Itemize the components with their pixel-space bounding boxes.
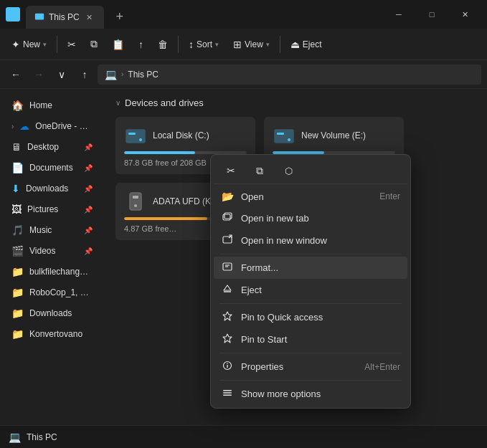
tab-this-pc[interactable]: This PC ✕ [26,6,104,29]
new-label: New [23,39,40,49]
new-tab-button[interactable]: + [110,6,130,27]
ctx-open-new-window-icon [221,234,234,247]
videos-icon: 🎬 [11,245,24,257]
ctx-open-new-window[interactable]: Open in new window [214,229,407,252]
tab-close-button[interactable]: ✕ [84,11,95,23]
sidebar-item-robocop[interactable]: 📁 RoboCop_1, 2, 3… [3,282,101,302]
view-chevron-icon: ▾ [266,41,270,48]
delete-button[interactable]: 🗑 [152,33,174,56]
minimize-button[interactable]: ─ [382,0,415,29]
copy-button[interactable]: ⧉ [85,33,103,56]
sidebar-label-videos: Videos [29,246,55,256]
history-button[interactable]: ∨ [52,65,72,85]
sidebar-item-desktop[interactable]: 🖥 Desktop 📌 [3,137,101,157]
context-menu: ✂ ⧉ ⬡ 📂 Open Enter Open in new tab Open … [210,154,411,409]
sidebar-item-music[interactable]: 🎵 Music 📌 [3,220,101,240]
robocop-icon: 📁 [11,287,24,298]
title-bar: This PC ✕ + ─ □ ✕ [0,0,487,29]
drive-name-k: ADATA UFD (K:) [153,196,216,206]
sidebar-bottom-this-pc[interactable]: 💻 This PC [0,425,104,448]
sidebar-item-onedrive[interactable]: › ☁ OneDrive - Pers… [3,116,101,136]
svg-rect-26 [223,395,232,396]
ctx-cut-button[interactable]: ✂ [218,161,244,181]
toolbar: ✦ New ▾ ✂ ⧉ 📋 ↑ 🗑 ↕ Sort ▾ ⊞ View ▾ ⏏ Ej… [0,29,487,60]
ctx-pin-quick[interactable]: Pin to Quick access [214,306,407,328]
forward-button[interactable]: → [29,65,49,85]
svg-rect-6 [275,130,293,143]
sidebar-item-pictures[interactable]: 🖼 Pictures 📌 [3,199,101,219]
ctx-open-new-tab-label: Open in new tab [241,213,400,224]
close-button[interactable]: ✕ [448,0,481,29]
ctx-open-new-tab[interactable]: Open in new tab [214,207,407,229]
drive-icon-k [124,190,147,213]
sidebar-item-home[interactable]: 🏠 Home [3,95,101,115]
sort-button[interactable]: ↕ Sort ▾ [183,33,224,56]
ctx-copy-button[interactable]: ⧉ [247,161,273,181]
view-button[interactable]: ⊞ View ▾ [227,33,275,56]
sidebar-bottom-label: This PC [27,432,57,442]
ctx-pin-start[interactable]: Pin to Start [214,328,407,351]
new-button[interactable]: ✦ New ▾ [6,33,52,56]
section-header-devices: ∨ Devices and drives [115,97,476,108]
sidebar-item-videos[interactable]: 🎬 Videos 📌 [3,241,101,261]
cut-button[interactable]: ✂ [62,33,82,56]
drive-name-e: New Volume (E:) [301,130,366,140]
videos-pin-icon: 📌 [84,247,93,255]
svg-rect-9 [130,193,141,210]
svg-point-11 [134,204,137,207]
maximize-button[interactable]: □ [415,0,448,29]
sidebar-item-konvertovano[interactable]: 📁 Konvertovano [3,324,101,344]
sidebar-item-documents[interactable]: 📄 Documents 📌 [3,158,101,178]
svg-rect-14 [223,237,232,243]
section-collapse-icon[interactable]: ∨ [115,99,120,107]
ctx-more-options[interactable]: Show more options [214,383,407,405]
svg-rect-1 [10,18,16,19]
ctx-separator-1 [219,254,402,254]
ctx-pin-start-label: Pin to Start [241,334,400,345]
sidebar: 🏠 Home › ☁ OneDrive - Pers… 🖥 Desktop 📌 … [0,89,104,425]
sidebar-label-onedrive: OneDrive - Pers… [35,121,93,131]
svg-rect-10 [133,196,138,199]
home-icon: 🏠 [11,100,24,111]
ctx-more-options-icon [221,388,234,400]
ctx-open[interactable]: 📂 Open Enter [214,186,407,207]
address-bar[interactable]: 💻 › This PC [98,65,481,85]
svg-point-5 [139,138,142,141]
sidebar-item-downloads2[interactable]: 📁 Downloads [3,303,101,323]
section-title: Devices and drives [125,97,204,108]
sidebar-item-bulkfilechanger[interactable]: 📁 bulkfilechanger… [3,262,101,282]
drive-header-e: New Volume (E:) [273,124,395,147]
ctx-separator-4 [219,380,402,381]
sidebar-label-music: Music [29,225,52,235]
ctx-properties-icon [221,361,234,373]
copy-icon: ⧉ [90,38,98,50]
sort-label: Sort [197,39,212,49]
toolbar-separator-3 [280,36,280,53]
address-path: This PC [128,70,159,80]
ctx-open-new-tab-icon [221,212,234,224]
up-button[interactable]: ↑ [75,65,95,85]
konvertovano-icon: 📁 [11,328,24,340]
svg-point-8 [288,138,290,141]
ctx-pin-quick-icon [221,311,234,323]
drive-name-c: Local Disk (C:) [153,130,209,140]
eject-button[interactable]: ⏏ Eject [285,33,328,56]
sidebar-label-robocop: RoboCop_1, 2, 3… [29,287,93,297]
back-button[interactable]: ← [6,65,26,85]
drive-icon-c [124,124,147,147]
svg-rect-2 [35,14,44,20]
ctx-properties[interactable]: Properties Alt+Enter [214,356,407,378]
ctx-eject-icon [221,284,234,296]
ctx-eject[interactable]: Eject [214,279,407,301]
share-button[interactable]: ↑ [133,33,149,56]
ctx-format[interactable]: Format... [214,257,407,279]
tab-icon [34,12,44,22]
app-icon [6,7,20,22]
sidebar-item-downloads[interactable]: ⬇ Downloads 📌 [3,178,101,199]
paste-button[interactable]: 📋 [106,33,130,56]
ctx-paste-button[interactable]: ⬡ [275,161,301,181]
cut-icon: ✂ [67,39,76,50]
ctx-cut-icon: ✂ [227,165,235,176]
svg-rect-3 [126,130,145,143]
nav-bar: ← → ∨ ↑ 💻 › This PC [0,60,487,89]
